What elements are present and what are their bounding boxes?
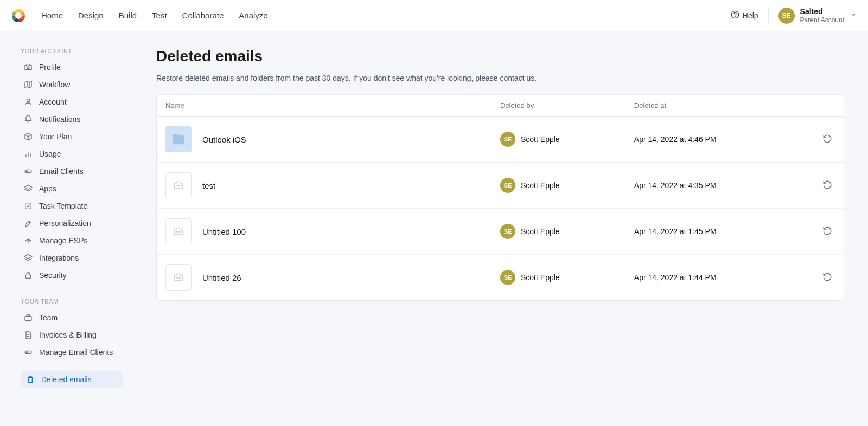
- col-header-name: Name: [165, 101, 500, 109]
- cell-deleted-by: SE Scott Epple: [500, 178, 634, 193]
- sidebar-item-team[interactable]: Team: [0, 309, 132, 326]
- nav-home[interactable]: Home: [41, 11, 63, 20]
- trash-icon: [26, 375, 35, 384]
- sidebar-item-email-clients[interactable]: Email Clients: [0, 163, 132, 180]
- account-menu[interactable]: SE Salted Parent Account: [778, 7, 857, 24]
- help-icon: [731, 10, 739, 21]
- toggle-icon: [24, 348, 33, 357]
- page-body: YOUR ACCOUNT Profile Workflow Account No…: [0, 31, 868, 404]
- page-title: Deleted emails: [156, 48, 844, 65]
- page-description: Restore deleted emails and folders from …: [156, 74, 844, 82]
- restore-button[interactable]: [820, 270, 835, 285]
- sidebar-item-profile[interactable]: Profile: [0, 59, 132, 76]
- cell-action: [795, 178, 835, 193]
- chevron-down-icon: [850, 11, 857, 20]
- sidebar-item-personalization[interactable]: Personalization: [0, 215, 132, 232]
- user-name: Scott Epple: [521, 135, 560, 144]
- deleted-items-table: Name Deleted by Deleted at Outlook iOS S…: [156, 94, 844, 301]
- restore-button[interactable]: [820, 132, 835, 147]
- help-button[interactable]: Help: [731, 10, 758, 21]
- cell-action: [795, 224, 835, 239]
- sidebar-item-task-template[interactable]: Task Template: [0, 197, 132, 215]
- user-avatar: SE: [500, 270, 515, 285]
- table-header-row: Name Deleted by Deleted at: [157, 95, 844, 117]
- layers-icon: [24, 184, 33, 193]
- restore-button[interactable]: [820, 178, 835, 193]
- svg-marker-3: [25, 81, 31, 88]
- table-row: test SE Scott Epple Apr 14, 2022 at 4:35…: [157, 163, 844, 209]
- edit-icon: [24, 219, 33, 228]
- row-name: Untitled 100: [202, 227, 246, 236]
- brand-logo[interactable]: [11, 8, 26, 23]
- sidebar-item-account[interactable]: Account: [0, 93, 132, 111]
- layers-icon: [24, 254, 33, 262]
- sidebar-item-label: Security: [39, 271, 67, 280]
- main-nav: Home Design Build Test Collaborate Analy…: [41, 11, 268, 20]
- sidebar-item-label: Deleted emails: [41, 375, 92, 384]
- cell-deleted-by: SE Scott Epple: [500, 132, 634, 147]
- topbar-right: Help SE Salted Parent Account: [731, 7, 857, 24]
- sidebar-item-security[interactable]: Security: [0, 267, 132, 284]
- restore-icon: [822, 272, 832, 283]
- table-row: Untitled 100 SE Scott Epple Apr 14, 2022…: [157, 209, 844, 255]
- svg-point-12: [26, 171, 28, 172]
- col-header-deleted-at: Deleted at: [634, 101, 795, 109]
- col-header-deleted-by: Deleted by: [500, 101, 634, 109]
- folder-icon: [165, 126, 192, 152]
- account-sub: Parent Account: [800, 16, 844, 24]
- sidebar-item-usage[interactable]: Usage: [0, 145, 132, 163]
- cell-action: [795, 132, 835, 147]
- box-icon: [24, 132, 33, 141]
- sidebar-item-invoices[interactable]: Invoices & Billing: [0, 326, 132, 344]
- cell-name: Outlook iOS: [165, 126, 500, 152]
- sidebar-item-label: Task Template: [39, 202, 87, 210]
- sidebar-item-notifications[interactable]: Notifications: [0, 111, 132, 128]
- svg-point-22: [26, 352, 28, 353]
- sidebar-section-title: YOUR TEAM: [0, 294, 132, 309]
- sidebar-item-plan[interactable]: Your Plan: [0, 128, 132, 145]
- sidebar-item-label: Notifications: [39, 115, 80, 124]
- sidebar-item-label: Usage: [39, 150, 61, 158]
- nav-design[interactable]: Design: [78, 11, 104, 20]
- row-name: test: [202, 181, 215, 190]
- sidebar-item-label: Team: [39, 313, 58, 322]
- nav-build[interactable]: Build: [119, 11, 137, 20]
- email-icon: [165, 218, 192, 244]
- sidebar-item-apps[interactable]: Apps: [0, 180, 132, 197]
- main-content: Deleted emails Restore deleted emails an…: [132, 31, 868, 404]
- cell-name: Untitled 100: [165, 218, 500, 244]
- sidebar-item-label: Manage ESPs: [39, 236, 88, 245]
- sidebar-item-label: Integrations: [39, 254, 79, 262]
- restore-button[interactable]: [820, 224, 835, 239]
- sidebar-item-label: Apps: [39, 184, 56, 193]
- svg-rect-14: [25, 203, 31, 209]
- sidebar-item-integrations[interactable]: Integrations: [0, 249, 132, 267]
- row-name: Untitled 26: [202, 273, 241, 282]
- check-square-icon: [24, 202, 33, 210]
- svg-marker-13: [24, 185, 31, 189]
- map-icon: [24, 80, 33, 89]
- svg-point-1: [735, 16, 735, 17]
- topbar: Home Design Build Test Collaborate Analy…: [0, 0, 868, 31]
- svg-point-6: [27, 99, 29, 102]
- nav-analyze[interactable]: Analyze: [239, 11, 267, 20]
- table-row: Untitled 26 SE Scott Epple Apr 14, 2022 …: [157, 255, 844, 300]
- sidebar-item-workflow[interactable]: Workflow: [0, 76, 132, 93]
- sidebar-item-label: Email Clients: [39, 167, 84, 176]
- table-row: Outlook iOS SE Scott Epple Apr 14, 2022 …: [157, 117, 844, 163]
- sidebar-item-deleted-emails[interactable]: Deleted emails: [21, 371, 123, 388]
- cell-deleted-at: Apr 14, 2022 at 1:45 PM: [634, 227, 795, 236]
- email-icon: [165, 264, 192, 291]
- sidebar-item-manage-esps[interactable]: Manage ESPs: [0, 232, 132, 249]
- lock-icon: [24, 271, 33, 280]
- cell-name: test: [165, 172, 500, 198]
- nav-test[interactable]: Test: [152, 11, 167, 20]
- sidebar-section-title: YOUR ACCOUNT: [0, 43, 132, 59]
- sidebar-item-manage-email-clients[interactable]: Manage Email Clients: [0, 344, 132, 361]
- nav-collaborate[interactable]: Collaborate: [182, 11, 224, 20]
- cell-deleted-by: SE Scott Epple: [500, 224, 634, 239]
- svg-marker-16: [24, 254, 31, 259]
- account-avatar: SE: [778, 8, 795, 24]
- sidebar-item-label: Profile: [39, 63, 61, 72]
- topbar-divider: [768, 8, 769, 23]
